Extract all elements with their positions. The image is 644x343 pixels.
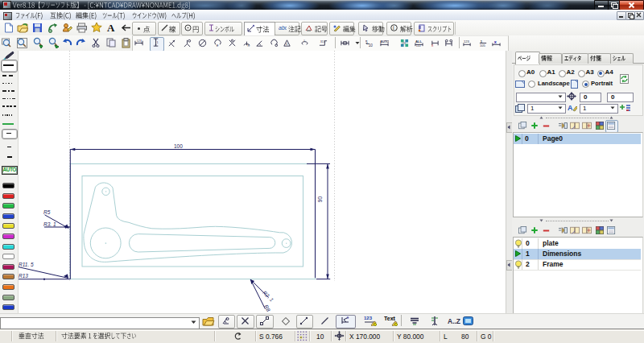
svg-text:313: 313: [320, 40, 325, 43]
svg-text:90: 90: [317, 196, 323, 203]
svg-text:R13: R13: [19, 273, 28, 279]
svg-text:x: x: [431, 43, 434, 48]
svg-text:1: 1: [156, 41, 158, 44]
svg-text:A: A: [568, 104, 573, 112]
svg-text:i: i: [393, 25, 394, 31]
svg-text:5: 5: [365, 40, 368, 44]
svg-text:105: 105: [480, 43, 486, 48]
svg-text:R: R: [247, 44, 250, 48]
svg-text:100: 100: [174, 143, 183, 149]
svg-text:abc: abc: [279, 25, 287, 31]
svg-text:23: 23: [402, 42, 406, 45]
svg-text:ALL: ALL: [415, 39, 422, 43]
svg-text:e: e: [217, 43, 219, 48]
svg-text:AUTO: AUTO: [380, 39, 389, 43]
svg-text:110: 110: [416, 44, 421, 48]
svg-text:123: 123: [137, 39, 142, 43]
svg-text:123: 123: [464, 39, 470, 43]
svg-text:L: L: [304, 39, 306, 43]
svg-text:R2. 1: R2. 1: [262, 290, 275, 303]
svg-text:x: x: [494, 39, 497, 44]
svg-text:123: 123: [364, 316, 373, 320]
svg-text:1: 1: [481, 39, 483, 43]
svg-text:Text: Text: [384, 316, 396, 321]
svg-text:R5: R5: [43, 209, 51, 215]
svg-text:R11. 5: R11. 5: [19, 262, 34, 267]
svg-text:R8: R8: [263, 304, 271, 312]
svg-text:θ: θ: [286, 43, 287, 46]
svg-text:R3. 1: R3. 1: [43, 221, 56, 227]
